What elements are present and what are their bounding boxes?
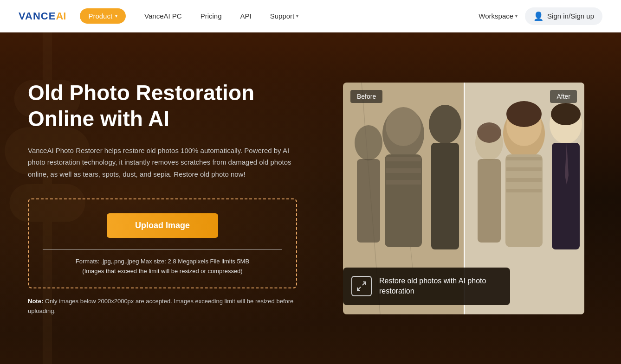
hero-title: Old Photo Restoration Online with AI [28, 80, 316, 131]
comparison-container: Before After Restore old photos with AI … [343, 83, 584, 314]
info-overlay: Restore old photos with AI photo restora… [343, 268, 510, 305]
nav-support[interactable]: Support ▾ [261, 8, 308, 24]
label-after: After [550, 90, 577, 103]
logo-link[interactable]: VANCE AI [19, 10, 66, 22]
svg-rect-8 [386, 180, 421, 185]
nav-right: Workspace ▾ 👤 Sign in/Sign up [479, 7, 602, 25]
svg-rect-12 [357, 159, 380, 243]
nav-links: Product ▾ VanceAI PC Pricing API Support… [80, 8, 479, 24]
nav-vanceai-pc[interactable]: VanceAI PC [135, 8, 191, 24]
upload-area: Upload Image Formats: .jpg,.png,.jpeg Ma… [28, 198, 297, 288]
svg-rect-7 [386, 168, 421, 173]
hero-left: Old Photo Restoration Online with AI Van… [28, 80, 316, 316]
product-chevron-icon: ▾ [115, 13, 117, 19]
hero-section: Old Photo Restoration Online with AI Van… [0, 32, 621, 364]
signin-button[interactable]: 👤 Sign in/Sign up [525, 7, 602, 25]
user-icon: 👤 [533, 11, 543, 21]
upload-formats-text: Formats: .jpg,.png,.jpeg Max size: 2.8 M… [43, 257, 282, 276]
svg-point-28 [477, 122, 501, 143]
logo-vance: VANCE [19, 10, 56, 22]
note-label: Note: [28, 298, 43, 305]
workspace-button[interactable]: Workspace ▾ [479, 12, 518, 20]
expand-icon [356, 281, 367, 292]
signin-label: Sign in/Sign up [547, 12, 594, 20]
svg-rect-29 [478, 159, 501, 243]
svg-rect-22 [506, 189, 542, 192]
nav-pricing[interactable]: Pricing [191, 8, 231, 24]
svg-rect-10 [431, 143, 459, 249]
svg-point-4 [386, 107, 421, 146]
info-text: Restore old photos with AI photo restora… [379, 276, 486, 297]
svg-rect-6 [386, 157, 421, 161]
navbar: VANCE AI Product ▾ VanceAI PC Pricing AP… [0, 0, 621, 32]
svg-rect-19 [506, 157, 542, 160]
support-chevron-icon: ▾ [296, 13, 298, 19]
hero-description: VanceAI Photo Restorer helps restore old… [28, 145, 297, 180]
note-text: Note: Only images below 2000x2000px are … [28, 297, 297, 316]
svg-line-30 [362, 282, 366, 285]
label-before: Before [350, 90, 382, 103]
product-dropdown-button[interactable]: Product ▾ [80, 8, 126, 24]
nav-api[interactable]: API [231, 8, 261, 24]
upload-divider [43, 249, 282, 249]
svg-point-11 [355, 125, 382, 160]
svg-line-31 [357, 287, 361, 290]
svg-rect-20 [506, 167, 542, 171]
upload-image-button[interactable]: Upload Image [107, 213, 218, 238]
svg-point-17 [506, 101, 542, 127]
svg-rect-21 [506, 178, 542, 182]
workspace-label: Workspace [479, 12, 513, 20]
svg-point-24 [551, 103, 581, 125]
hero-right: Before After Restore old photos with AI … [334, 83, 593, 314]
svg-rect-25 [552, 143, 580, 249]
logo-ai: AI [56, 10, 66, 22]
product-label: Product [88, 12, 112, 20]
svg-point-9 [429, 105, 461, 144]
workspace-chevron-icon: ▾ [515, 13, 518, 19]
restore-icon [351, 276, 372, 296]
